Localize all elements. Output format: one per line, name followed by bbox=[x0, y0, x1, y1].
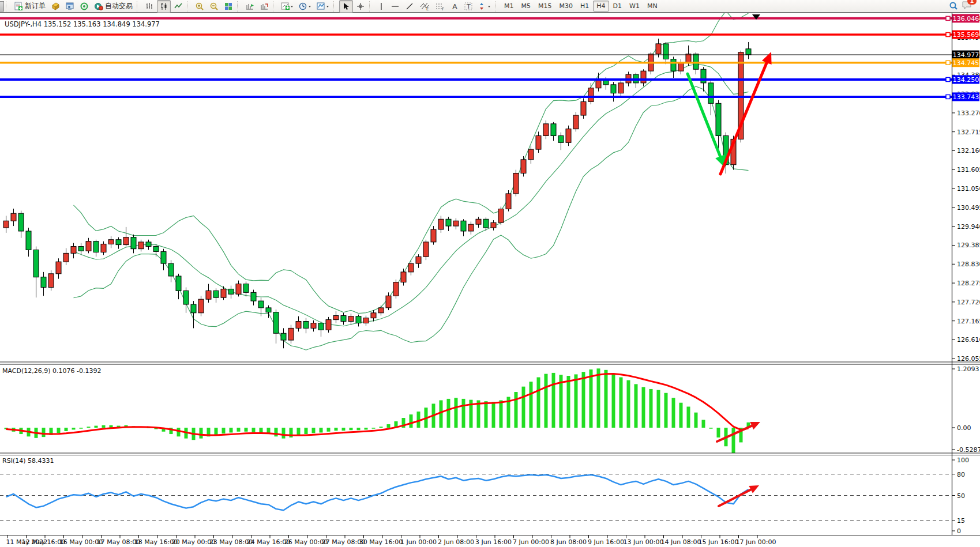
rsi-tick-label: 80 bbox=[957, 471, 965, 478]
cursor-button[interactable] bbox=[339, 0, 353, 13]
equidistant-channel-button[interactable]: E bbox=[417, 0, 432, 13]
templates-button[interactable] bbox=[314, 0, 332, 13]
macd-bar bbox=[702, 420, 705, 428]
annotation-arrow[interactable] bbox=[717, 422, 760, 442]
candle bbox=[446, 219, 451, 226]
text-button[interactable]: A bbox=[448, 0, 461, 13]
macd-bar bbox=[102, 425, 106, 428]
auto-scroll-icon bbox=[245, 2, 254, 11]
tf-m30[interactable]: M30 bbox=[556, 1, 577, 12]
tf-w1[interactable]: W1 bbox=[626, 1, 643, 12]
arrows-button[interactable] bbox=[476, 0, 493, 13]
chart-shift-button[interactable] bbox=[257, 0, 271, 13]
zoom-out-button[interactable] bbox=[207, 0, 221, 13]
clipped-toolbar-icon[interactable] bbox=[0, 1, 4, 12]
hline-handle[interactable] bbox=[946, 16, 950, 20]
candle bbox=[581, 101, 586, 115]
macd-bar bbox=[485, 401, 488, 428]
tile-windows-icon bbox=[224, 2, 233, 11]
candle bbox=[41, 277, 46, 288]
auto-scroll-button[interactable] bbox=[243, 0, 257, 13]
tf-m5[interactable]: M5 bbox=[518, 1, 535, 12]
tf-m1[interactable]: M1 bbox=[501, 1, 517, 12]
horizontal-line-button[interactable] bbox=[388, 0, 402, 13]
tf-h4[interactable]: H4 bbox=[593, 1, 609, 12]
fibonacci-icon: F bbox=[435, 2, 445, 11]
candle bbox=[131, 237, 136, 249]
time-label: 15 Jun 16:00 bbox=[699, 538, 739, 546]
price-badge-134.977: 134.977 bbox=[952, 51, 979, 59]
hline-handle[interactable] bbox=[946, 33, 950, 37]
candle bbox=[393, 282, 399, 296]
tile-windows-button[interactable] bbox=[221, 0, 235, 13]
indicators-button[interactable] bbox=[279, 0, 296, 13]
zoom-in-button[interactable] bbox=[193, 0, 206, 13]
price-tick-label: 131.050 bbox=[957, 185, 980, 193]
macd-bar bbox=[515, 392, 518, 428]
macd-bar bbox=[575, 374, 578, 428]
fibonacci-button[interactable]: F bbox=[433, 0, 448, 13]
macd-bar bbox=[619, 378, 623, 428]
signals-button[interactable] bbox=[77, 0, 91, 13]
rsi-pane bbox=[0, 474, 952, 520]
rsi-tick-label: 50 bbox=[957, 492, 965, 500]
macd-bar bbox=[245, 428, 248, 432]
candle bbox=[296, 322, 301, 329]
toolbar-separator bbox=[237, 1, 241, 12]
new-order-button[interactable]: 新订单 bbox=[12, 0, 48, 13]
candle bbox=[378, 308, 384, 313]
macd-bar bbox=[552, 373, 555, 428]
tf-h1[interactable]: H1 bbox=[577, 1, 592, 12]
line-chart-button[interactable] bbox=[171, 0, 185, 13]
candle bbox=[153, 247, 159, 252]
text-label-button[interactable]: T bbox=[461, 0, 475, 13]
text-label-icon: T bbox=[464, 2, 473, 11]
hline-handle[interactable] bbox=[946, 61, 950, 65]
autotrade-button[interactable]: 自动交易 bbox=[92, 0, 135, 13]
svg-text:T: T bbox=[466, 3, 471, 10]
candle bbox=[3, 221, 9, 228]
macd-bar bbox=[589, 369, 593, 428]
arrows-icon bbox=[478, 2, 491, 11]
bar-chart-button[interactable] bbox=[142, 0, 156, 13]
price-axis[interactable]: 136.045135.490134.935134.380133.825133.2… bbox=[952, 14, 980, 535]
search-button[interactable] bbox=[946, 0, 961, 13]
macd-bar bbox=[709, 428, 713, 429]
candlestick-chart-button[interactable] bbox=[157, 0, 171, 13]
candle bbox=[176, 276, 181, 291]
candle bbox=[228, 289, 234, 294]
time-axis[interactable]: 11 May 202212 May 16:0016 May 00:0017 Ma… bbox=[6, 535, 776, 546]
macd-bar bbox=[365, 428, 368, 429]
candle bbox=[33, 250, 39, 277]
candle bbox=[536, 135, 541, 149]
macd-bar bbox=[387, 424, 391, 428]
market-watch-button[interactable] bbox=[48, 0, 62, 13]
tf-mn[interactable]: MN bbox=[644, 1, 661, 12]
price-tick-label: 127.165 bbox=[957, 318, 980, 325]
hline-handle[interactable] bbox=[946, 77, 950, 81]
line-chart-icon bbox=[174, 2, 183, 11]
macd-bar bbox=[297, 428, 301, 436]
trendline-button[interactable] bbox=[403, 0, 416, 13]
toolbar-separator bbox=[187, 1, 191, 12]
candle bbox=[716, 103, 721, 135]
chat-button[interactable]: 1 bbox=[962, 0, 973, 13]
price-chart[interactable]: 136.045135.490134.935134.380133.825133.2… bbox=[0, 0, 980, 547]
navigator-button[interactable] bbox=[63, 0, 77, 13]
svg-text:A: A bbox=[452, 2, 457, 11]
tf-m15[interactable]: M15 bbox=[535, 1, 555, 12]
candle bbox=[161, 251, 166, 263]
macd-bar bbox=[327, 428, 331, 432]
hline-handle[interactable] bbox=[946, 95, 950, 99]
candle bbox=[468, 224, 474, 231]
tf-d1[interactable]: D1 bbox=[610, 1, 625, 12]
macd-tick-label: 0.00 bbox=[957, 424, 971, 432]
toolbar-separator bbox=[495, 1, 499, 12]
bollinger-middle bbox=[74, 64, 749, 326]
annotation-arrow[interactable] bbox=[720, 52, 772, 174]
candle bbox=[116, 240, 121, 245]
macd-bar bbox=[215, 428, 218, 435]
periods-button[interactable] bbox=[296, 0, 314, 13]
crosshair-button[interactable] bbox=[354, 0, 367, 13]
vertical-line-button[interactable] bbox=[375, 0, 388, 13]
